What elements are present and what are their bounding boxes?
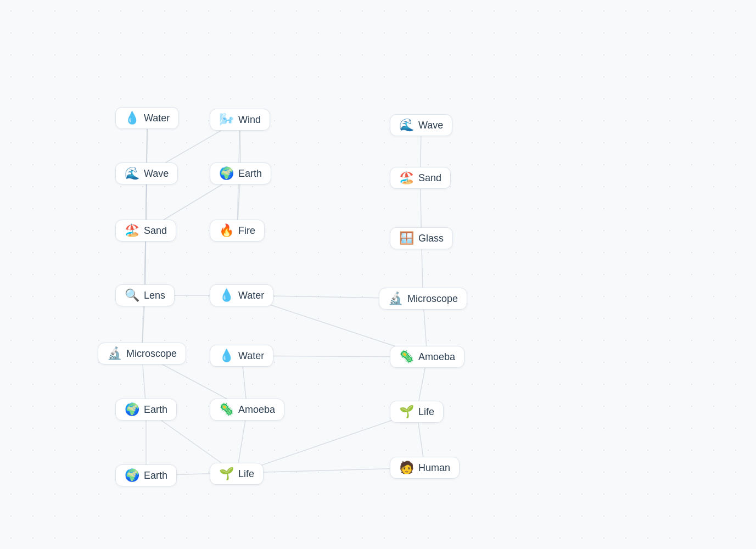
card-sand2[interactable]: 🏖️Sand <box>390 167 451 189</box>
card-fire1[interactable]: 🔥Fire <box>210 220 265 242</box>
card-emoji-earth3: 🌍 <box>125 469 139 481</box>
card-emoji-water3: 💧 <box>219 350 234 362</box>
connections-layer <box>0 0 756 549</box>
card-life2[interactable]: 🌱Life <box>390 401 444 423</box>
card-emoji-wave1: 🌊 <box>125 167 139 180</box>
card-emoji-human1: 🧑 <box>399 462 414 474</box>
card-emoji-micro2: 🔬 <box>388 293 403 305</box>
card-label-glass1: Glass <box>418 233 444 244</box>
card-emoji-earth2: 🌍 <box>125 404 139 416</box>
card-earth3[interactable]: 🌍Earth <box>115 464 177 486</box>
card-label-earth2: Earth <box>144 404 167 416</box>
card-label-wind1: Wind <box>238 114 261 126</box>
card-human1[interactable]: 🧑Human <box>390 457 460 479</box>
card-emoji-amoe2: 🦠 <box>399 351 414 363</box>
card-label-earth3: Earth <box>144 470 167 481</box>
card-water1[interactable]: 💧Water <box>115 107 179 129</box>
card-wave2[interactable]: 🌊Wave <box>390 114 452 136</box>
card-label-sand1: Sand <box>144 225 167 237</box>
card-lens1[interactable]: 🔍Lens <box>115 284 175 306</box>
card-emoji-lens1: 🔍 <box>125 289 139 301</box>
card-emoji-sand2: 🏖️ <box>399 172 414 184</box>
card-emoji-wave2: 🌊 <box>399 119 414 131</box>
card-life1[interactable]: 🌱Life <box>210 463 264 485</box>
card-emoji-micro1: 🔬 <box>107 348 122 360</box>
card-label-water2: Water <box>238 290 264 301</box>
card-amoe2[interactable]: 🦠Amoeba <box>390 346 464 368</box>
card-emoji-glass1: 🪟 <box>399 232 414 244</box>
card-emoji-sand1: 🏖️ <box>125 225 139 237</box>
card-label-lens1: Lens <box>144 290 165 301</box>
card-wind1[interactable]: 🌬️Wind <box>210 109 270 131</box>
card-emoji-life2: 🌱 <box>399 406 414 418</box>
card-label-sand2: Sand <box>418 172 441 184</box>
card-label-micro1: Microscope <box>126 348 177 360</box>
card-label-wave2: Wave <box>418 120 443 131</box>
card-emoji-earth1: 🌍 <box>219 167 234 180</box>
svg-line-2 <box>145 118 147 295</box>
card-label-water1: Water <box>144 113 170 124</box>
card-label-human1: Human <box>418 462 450 474</box>
card-label-amoe1: Amoeba <box>238 404 275 416</box>
card-label-amoe2: Amoeba <box>418 351 455 363</box>
card-emoji-amoe1: 🦠 <box>219 404 234 416</box>
card-water3[interactable]: 💧Water <box>210 345 273 367</box>
card-sand1[interactable]: 🏖️Sand <box>115 220 176 242</box>
card-micro1[interactable]: 🔬Microscope <box>98 343 186 365</box>
card-label-fire1: Fire <box>238 225 255 237</box>
card-label-water3: Water <box>238 350 264 362</box>
card-emoji-water2: 💧 <box>219 289 234 301</box>
card-earth2[interactable]: 🌍Earth <box>115 399 177 421</box>
card-earth1[interactable]: 🌍Earth <box>210 163 271 184</box>
card-label-life1: Life <box>238 468 254 480</box>
card-label-micro2: Microscope <box>407 293 458 305</box>
card-amoe1[interactable]: 🦠Amoeba <box>210 399 284 421</box>
card-micro2[interactable]: 🔬Microscope <box>379 288 467 310</box>
card-water2[interactable]: 💧Water <box>210 284 273 306</box>
card-label-wave1: Wave <box>144 168 169 180</box>
card-emoji-water1: 💧 <box>125 112 139 124</box>
card-glass1[interactable]: 🪟Glass <box>390 227 453 249</box>
svg-line-29 <box>146 468 425 475</box>
card-label-earth1: Earth <box>238 168 262 180</box>
card-emoji-wind1: 🌬️ <box>219 114 234 126</box>
card-emoji-life1: 🌱 <box>219 468 234 480</box>
card-wave1[interactable]: 🌊Wave <box>115 163 178 184</box>
card-emoji-fire1: 🔥 <box>219 225 234 237</box>
card-label-life2: Life <box>418 406 434 418</box>
